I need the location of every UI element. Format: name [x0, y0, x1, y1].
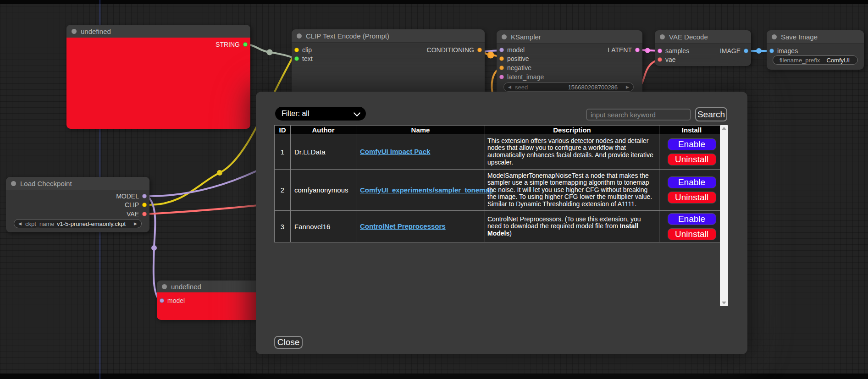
extension-link[interactable]: ComfyUI_experiments/sampler_tonemap	[360, 186, 493, 194]
output-slot-clip[interactable]: CLIP	[125, 201, 147, 209]
samples-input-dot[interactable]	[658, 49, 662, 53]
model-output-dot[interactable]	[142, 194, 147, 198]
uninstall-button[interactable]: Uninstall	[668, 228, 716, 240]
node-title: CLIP Text Encode (Prompt)	[306, 32, 389, 40]
output-slot-string[interactable]: STRING	[216, 40, 248, 49]
input-slot-model[interactable]: model	[499, 46, 525, 54]
widget-increment-arrow[interactable]: ▶	[626, 82, 629, 92]
latent-output-dot[interactable]	[635, 48, 640, 52]
slot-label: CLIP	[125, 201, 139, 209]
description-text: ControlNet Preprocessors. (To use this e…	[487, 215, 641, 230]
node-collapse-dot[interactable]	[502, 34, 507, 39]
node-collapse-dot[interactable]	[162, 284, 167, 289]
slot-label: VAE	[127, 210, 139, 218]
row-install-cell: EnableUninstall	[659, 134, 724, 170]
input-slot-negative[interactable]: negative	[499, 64, 531, 72]
input-slot-images[interactable]: images	[769, 47, 798, 55]
vae-output-dot[interactable]	[142, 212, 147, 216]
row-name-cell: ComfyUI Impact Pack	[356, 134, 485, 170]
enable-button[interactable]: Enable	[668, 138, 716, 150]
node-collapse-dot[interactable]	[297, 33, 302, 38]
node-header[interactable]: undefined	[66, 25, 250, 38]
input-slot-clip[interactable]: clip	[294, 46, 312, 54]
filename-prefix-widget[interactable]: filename_prefix ComfyUI	[773, 55, 858, 65]
slot-label: vae	[665, 56, 676, 63]
input-slot-vae[interactable]: vae	[658, 55, 676, 64]
node-save-image[interactable]: Save Image images filename_prefix ComfyU…	[767, 30, 864, 70]
string-output-dot[interactable]	[243, 42, 248, 47]
slot-label: clip	[302, 46, 312, 54]
clip-output-dot[interactable]	[142, 203, 147, 207]
reroute-dot-model[interactable]	[151, 245, 157, 251]
output-slot-latent[interactable]: LATENT	[608, 46, 640, 54]
images-input-dot[interactable]	[769, 49, 774, 53]
input-slot-latent-image[interactable]: latent_image	[499, 73, 544, 81]
row-id-cell: 2	[275, 170, 291, 211]
node-header[interactable]: KSampler	[497, 30, 642, 44]
input-slot-samples[interactable]: samples	[658, 47, 689, 55]
slot-label: images	[777, 47, 798, 55]
node-header[interactable]: Save Image	[767, 30, 864, 44]
slot-label: CONDITIONING	[427, 46, 474, 54]
header-name: Name	[356, 126, 485, 134]
output-slot-conditioning[interactable]: CONDITIONING	[427, 46, 482, 54]
reroute-dot-clip[interactable]	[217, 170, 222, 176]
node-header[interactable]: VAE Decode	[655, 30, 751, 44]
seed-widget[interactable]: ◀ seed 156680208700286 ▶	[503, 82, 634, 92]
row-author-cell: Dr.Lt.Data	[291, 134, 356, 170]
scroll-down-icon[interactable]	[722, 302, 726, 304]
extension-link[interactable]: ComfyUI Impact Pack	[360, 148, 430, 155]
vae-input-dot[interactable]	[658, 57, 662, 62]
text-input-dot[interactable]	[294, 56, 299, 61]
image-output-dot[interactable]	[744, 49, 748, 53]
node-vae-decode[interactable]: VAE Decode samples vae IMAGE	[655, 30, 751, 66]
table-row: 2comfyanonymousComfyUI_experiments/sampl…	[275, 170, 724, 211]
slot-label: model	[507, 46, 525, 54]
close-button[interactable]: Close	[274, 336, 303, 349]
model-input-dot[interactable]	[499, 48, 504, 52]
positive-input-dot[interactable]	[499, 56, 504, 61]
widget-decrement-arrow[interactable]: ◀	[18, 219, 22, 228]
enable-button[interactable]: Enable	[668, 176, 716, 188]
extension-link[interactable]: ControlNet Preprocessors	[360, 222, 446, 230]
filter-select[interactable]: Filter: all	[275, 107, 366, 121]
reroute-dot-latent[interactable]	[645, 48, 650, 53]
output-slot-image[interactable]: IMAGE	[720, 47, 748, 55]
widget-value: ComfyUI	[826, 57, 850, 64]
uninstall-button[interactable]: Uninstall	[668, 192, 716, 203]
output-slot-model[interactable]: MODEL	[116, 192, 147, 200]
widget-label: filename_prefix	[780, 57, 820, 64]
input-slot-positive[interactable]: positive	[499, 55, 529, 63]
reroute-dot-image[interactable]	[756, 48, 762, 54]
model-input-dot[interactable]	[160, 298, 164, 303]
enable-button[interactable]: Enable	[668, 213, 716, 225]
node-undefined-top[interactable]: undefined STRING	[66, 25, 250, 129]
widget-label: seed	[515, 84, 528, 91]
node-load-checkpoint[interactable]: Load Checkpoint MODEL CLIP VAE ◀ ckpt_na…	[6, 177, 149, 232]
negative-input-dot[interactable]	[499, 66, 504, 70]
conditioning-output-dot[interactable]	[477, 48, 482, 52]
widget-increment-arrow[interactable]: ▶	[134, 219, 137, 228]
node-title: KSampler	[511, 33, 541, 41]
node-collapse-dot[interactable]	[11, 181, 16, 186]
uninstall-button[interactable]: Uninstall	[668, 154, 716, 165]
ckpt-name-widget[interactable]: ◀ ckpt_name v1-5-pruned-emaonly.ckpt ▶	[14, 219, 142, 228]
reroute-dot-conditioning[interactable]	[487, 52, 494, 59]
scroll-up-icon[interactable]	[722, 127, 726, 130]
table-scrollbar[interactable]	[720, 125, 728, 306]
input-slot-model[interactable]: model	[160, 297, 185, 305]
widget-decrement-arrow[interactable]: ◀	[508, 82, 511, 92]
clip-input-dot[interactable]	[294, 48, 299, 52]
node-header[interactable]: CLIP Text Encode (Prompt)	[292, 29, 485, 43]
node-collapse-dot[interactable]	[72, 29, 77, 34]
node-header[interactable]: Load Checkpoint	[6, 177, 149, 190]
search-button[interactable]: Search	[695, 107, 727, 121]
node-collapse-dot[interactable]	[772, 34, 777, 39]
reroute-dot-string[interactable]	[267, 49, 273, 55]
input-slot-text[interactable]: text	[294, 55, 313, 63]
slot-label: MODEL	[116, 192, 139, 200]
search-input[interactable]	[586, 109, 691, 121]
output-slot-vae[interactable]: VAE	[127, 210, 147, 218]
latent-image-input-dot[interactable]	[499, 75, 504, 79]
node-collapse-dot[interactable]	[660, 34, 665, 39]
